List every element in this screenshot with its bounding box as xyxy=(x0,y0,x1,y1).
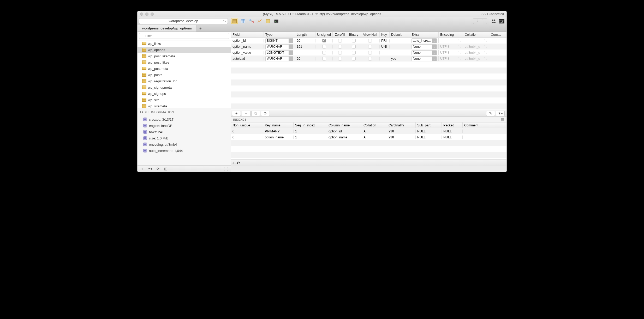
extra-dropdown[interactable]: None xyxy=(412,44,437,49)
stepper-icon[interactable]: ⌃⌄ xyxy=(457,57,461,60)
content-view-icon[interactable] xyxy=(239,18,247,24)
edit-button[interactable]: ✎ xyxy=(486,111,495,116)
icol-cardinality[interactable]: Cardinality xyxy=(387,122,416,128)
sidebar-table-wp_links[interactable]: wp_links xyxy=(138,40,231,47)
checkbox[interactable] xyxy=(338,45,342,48)
field-row[interactable]: autoloadVARCHAR20yesNoneUTF-8⌃⌄utf8mb4_u… xyxy=(231,56,506,62)
col-length[interactable]: Length xyxy=(295,32,315,37)
checkbox[interactable] xyxy=(352,57,356,60)
duplicate-field-button[interactable]: ⧉ xyxy=(251,111,260,116)
sidebar-table-wp_postmeta[interactable]: wp_postmeta xyxy=(138,65,231,72)
add-tab-button[interactable]: + xyxy=(197,25,204,32)
back-icon[interactable]: 〈 xyxy=(473,19,480,24)
remove-index-button[interactable]: − xyxy=(234,161,237,165)
checkbox[interactable] xyxy=(322,51,326,54)
extra-dropdown[interactable]: None xyxy=(412,56,437,61)
checkbox[interactable] xyxy=(368,57,372,60)
structure-body[interactable]: option_idBIGINT20PRIauto_incre…⌃⌄⌃⌄optio… xyxy=(231,38,506,110)
sidebar-table-wp_sitemeta[interactable]: wp_sitemeta xyxy=(138,103,231,108)
col-key[interactable]: Key xyxy=(380,32,390,37)
resize-handle-icon[interactable]: ⋮⋮ xyxy=(222,166,230,171)
indexes-body[interactable]: 0PRIMARY1option_idA238NULLNULL0option_na… xyxy=(231,128,506,160)
col-field[interactable]: Field xyxy=(231,32,264,37)
history-nav[interactable]: 〈〉 xyxy=(473,18,487,24)
field-row[interactable]: option_idBIGINT20PRIauto_incre…⌃⌄⌃⌄ xyxy=(231,38,506,44)
icol-collation[interactable]: Collation xyxy=(362,122,387,128)
sidebar-table-wp_post_likes[interactable]: wp_post_likes xyxy=(138,59,231,65)
type-dropdown[interactable]: VARCHAR xyxy=(265,44,293,49)
console-toggle-icon[interactable]: console off xyxy=(498,18,505,24)
indexes-menu-icon[interactable]: ☰ xyxy=(501,118,505,122)
checkbox[interactable] xyxy=(322,57,326,60)
type-dropdown[interactable]: BIGINT xyxy=(265,38,293,43)
extra-dropdown[interactable]: auto_incre… xyxy=(412,38,437,43)
field-row[interactable]: option_valueLONGTEXTNoneUTF-8⌃⌄utf8mb4_u… xyxy=(231,50,506,56)
index-row[interactable]: 0PRIMARY1option_idA238NULLNULL xyxy=(231,128,506,134)
database-select[interactable]: wordpress_develop xyxy=(139,18,228,24)
type-dropdown[interactable]: LONGTEXT xyxy=(265,50,293,55)
titlebar[interactable]: (MySQL 5.5.5-10.1.21-MariaDB-1~trusty) V… xyxy=(138,11,506,17)
checkbox[interactable] xyxy=(352,39,356,42)
tab-wp-options[interactable]: wordpress_develop/wp_options xyxy=(138,25,197,32)
checkbox[interactable] xyxy=(322,45,326,48)
refresh-fields-button[interactable]: ⟳ xyxy=(261,111,270,116)
settings-button[interactable]: ✶▾ xyxy=(496,111,505,116)
table-list[interactable]: wp_linkswp_optionswp_post_likemetawp_pos… xyxy=(138,40,231,108)
table-actions-button[interactable]: ✶▾ xyxy=(146,166,154,171)
col-type[interactable]: Type xyxy=(264,32,295,37)
refresh-tables-button[interactable]: ⟳ xyxy=(154,166,162,171)
sidebar-table-wp_posts[interactable]: wp_posts xyxy=(138,72,231,78)
sidebar-table-wp_options[interactable]: wp_options xyxy=(138,47,231,53)
col-collation[interactable]: Collation xyxy=(463,32,489,37)
extra-dropdown[interactable]: None xyxy=(412,50,437,55)
triggers-view-icon[interactable] xyxy=(256,18,263,24)
info-view-icon[interactable]: i xyxy=(264,18,272,24)
index-row[interactable]: 0option_name1option_nameA238NULLNULL xyxy=(231,134,506,140)
checkbox[interactable] xyxy=(338,51,342,54)
col-extra[interactable]: Extra xyxy=(410,32,439,37)
type-dropdown[interactable]: VARCHAR xyxy=(265,56,293,61)
col-encoding[interactable]: Encoding xyxy=(439,32,463,37)
icol-seq[interactable]: Seq_in_index xyxy=(294,122,327,128)
structure-view-icon[interactable] xyxy=(231,18,238,24)
users-icon[interactable] xyxy=(490,18,497,24)
stepper-icon[interactable]: ⌃⌄ xyxy=(483,51,487,54)
relations-view-icon[interactable] xyxy=(248,18,255,24)
sidebar-table-wp_site[interactable]: wp_site xyxy=(138,97,231,103)
col-zerofill[interactable]: Zerofill xyxy=(333,32,347,37)
sidebar-table-wp_signups[interactable]: wp_signups xyxy=(138,90,231,97)
stepper-icon[interactable]: ⌃⌄ xyxy=(457,51,461,54)
remove-field-button[interactable]: − xyxy=(242,111,251,116)
refresh-indexes-button[interactable]: ⟳ xyxy=(237,161,240,165)
checkbox[interactable] xyxy=(368,45,372,48)
icol-nonunique[interactable]: Non_unique xyxy=(231,122,263,128)
col-allownull[interactable]: Allow Null xyxy=(360,32,380,37)
table-filter-input[interactable] xyxy=(139,33,229,39)
icol-subpart[interactable]: Sub_part xyxy=(416,122,442,128)
icol-keyname[interactable]: Key_name xyxy=(263,122,294,128)
sidebar-table-wp_post_likemeta[interactable]: wp_post_likemeta xyxy=(138,53,231,59)
icol-column[interactable]: Column_name xyxy=(327,122,362,128)
add-table-button[interactable]: + xyxy=(139,166,146,171)
checkbox[interactable] xyxy=(338,39,342,42)
forward-icon[interactable]: 〉 xyxy=(480,19,487,24)
icol-comment[interactable]: Comment xyxy=(463,122,504,128)
icol-packed[interactable]: Packed xyxy=(442,122,463,128)
stepper-icon[interactable]: ⌃⌄ xyxy=(483,57,487,60)
checkbox[interactable] xyxy=(368,39,372,42)
add-field-button[interactable]: + xyxy=(232,111,241,116)
field-row[interactable]: option_nameVARCHAR191UNINoneUTF-8⌃⌄utf8m… xyxy=(231,44,506,50)
query-view-icon[interactable]: >_ xyxy=(273,18,280,24)
stepper-icon[interactable]: ⌃⌄ xyxy=(483,45,487,48)
checkbox[interactable] xyxy=(322,39,326,42)
add-index-button[interactable]: + xyxy=(232,161,234,165)
col-comment[interactable]: Com… xyxy=(489,32,501,37)
col-binary[interactable]: Binary xyxy=(347,32,360,37)
toggle-info-button[interactable]: ◫ xyxy=(162,166,169,171)
checkbox[interactable] xyxy=(352,45,356,48)
checkbox[interactable] xyxy=(352,51,356,54)
col-unsigned[interactable]: Unsigned xyxy=(315,32,333,37)
sidebar-table-wp_registration_log[interactable]: wp_registration_log xyxy=(138,78,231,84)
checkbox[interactable] xyxy=(368,51,372,54)
stepper-icon[interactable]: ⌃⌄ xyxy=(483,39,487,42)
